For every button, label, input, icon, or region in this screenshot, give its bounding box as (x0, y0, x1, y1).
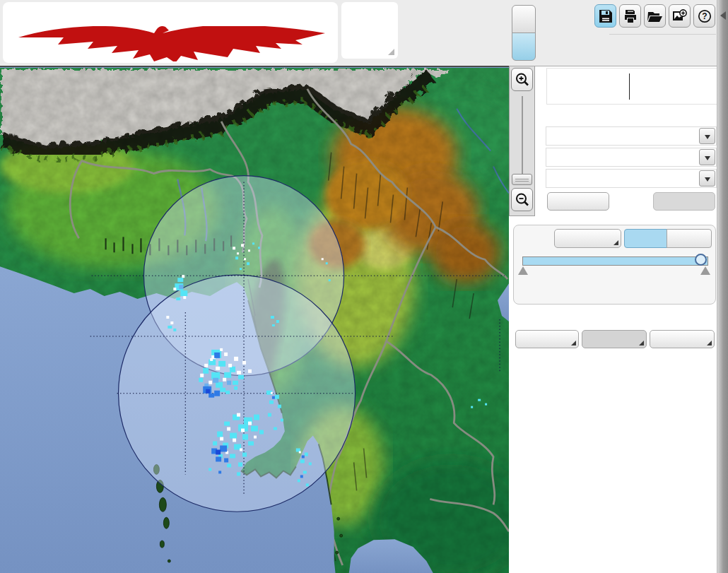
jbirds-logo (3, 2, 338, 63)
magnifier-plus-icon (515, 72, 530, 88)
time-slider-handle[interactable] (695, 254, 707, 266)
help-button[interactable]: ? (693, 4, 715, 28)
warning-panel[interactable] (341, 2, 398, 59)
panel-collapse-strip[interactable] (717, 0, 728, 573)
dropdown-product[interactable] (546, 148, 717, 167)
playback-controls (516, 278, 715, 301)
open-folder-icon (647, 9, 663, 23)
bookmark-button[interactable] (554, 229, 621, 248)
map-zoom-control (509, 66, 535, 216)
zoom-out-button[interactable] (511, 188, 533, 211)
track-button[interactable] (650, 330, 715, 348)
printer-icon (623, 9, 638, 23)
radar-map[interactable] (0, 66, 509, 573)
manual-button[interactable] (667, 229, 712, 248)
save-button[interactable] (594, 4, 616, 28)
corner-fold-icon (707, 341, 712, 345)
chevron-down-icon[interactable] (699, 128, 715, 144)
utc-button[interactable] (512, 5, 536, 33)
header-bar: ? (0, 0, 717, 66)
add-image-icon (672, 9, 688, 23)
corner-fold-icon (639, 341, 644, 345)
resize-grip-icon[interactable] (388, 49, 394, 55)
slider-start-marker[interactable] (518, 266, 528, 275)
slider-end-marker[interactable] (700, 266, 710, 275)
dropdown-extra[interactable] (546, 169, 717, 188)
station-list-box[interactable] (546, 68, 717, 105)
previous-button[interactable] (547, 192, 609, 211)
svg-text:?: ? (702, 11, 707, 21)
print-button[interactable] (619, 4, 641, 28)
mmt-button[interactable] (512, 33, 536, 61)
jbirds-app: ? (0, 0, 728, 573)
collapse-arrow-icon (720, 11, 726, 20)
auto-button[interactable] (624, 229, 667, 248)
corner-fold-icon (571, 341, 576, 345)
add-image-button[interactable] (669, 4, 691, 28)
help-icon: ? (698, 9, 712, 23)
open-folder-button[interactable] (644, 4, 666, 28)
control-panel (509, 66, 717, 573)
zoom-slider-handle[interactable] (512, 174, 532, 185)
chevron-down-icon[interactable] (699, 149, 715, 165)
location-button[interactable] (515, 330, 579, 348)
panel-separator (609, 34, 716, 35)
magnifier-minus-icon (515, 192, 530, 208)
select-button[interactable] (653, 192, 715, 211)
radar-map-canvas (0, 67, 509, 573)
zoom-slider-rail (522, 96, 523, 182)
eagle-icon (8, 26, 332, 61)
time-slider-track[interactable] (522, 256, 708, 266)
chevron-down-icon[interactable] (699, 170, 715, 187)
dropdown-category[interactable] (546, 126, 717, 146)
floppy-disk-icon (599, 9, 613, 23)
corner-fold-icon (613, 240, 618, 245)
replay-panel (513, 225, 716, 305)
x-section-button[interactable] (582, 330, 647, 348)
text-caret (629, 73, 630, 100)
zoom-in-button[interactable] (511, 68, 533, 91)
